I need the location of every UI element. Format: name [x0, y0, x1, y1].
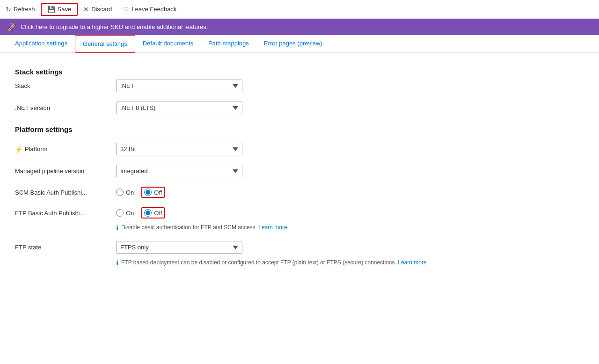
tabs-container: Application settings General settings De… — [0, 35, 599, 53]
scm-label: SCM Basic Auth Publishi... — [15, 189, 109, 196]
info-icon: ℹ — [116, 224, 118, 232]
feedback-label: Leave Feedback — [131, 6, 176, 13]
dotnet-version-control: .NET 8 (LTS) .NET 7 .NET 6 (LTS) — [116, 102, 584, 114]
discard-label: Discard — [91, 6, 112, 13]
ftp-state-info-icon: ℹ — [116, 259, 118, 267]
feedback-icon: ♡ — [123, 6, 129, 13]
platform-row: ⚡ Platform 32 Bit 64 Bit — [15, 143, 584, 155]
tab-general-settings[interactable]: General settings — [75, 35, 135, 53]
banner-text: Click here to upgrade to a higher SKU an… — [21, 23, 208, 30]
feedback-button[interactable]: ♡ Leave Feedback — [117, 4, 182, 15]
pipeline-control: Integrated Classic — [116, 165, 584, 177]
scm-on-label: On — [126, 189, 134, 196]
rocket-icon: 🚀 — [7, 22, 17, 31]
save-icon: 💾 — [47, 6, 55, 13]
refresh-icon: ↻ — [6, 6, 11, 13]
scm-off-radio[interactable] — [144, 189, 152, 196]
dotnet-version-label: .NET version — [15, 104, 109, 111]
ftp-radio-group: On Off — [116, 207, 165, 218]
toolbar: ↻ Refresh 💾 Save ✕ Discard ♡ Leave Feedb… — [0, 0, 599, 19]
ftp-off-label: Off — [154, 210, 162, 217]
platform-label-wrap: ⚡ Platform — [15, 146, 109, 153]
scm-row: SCM Basic Auth Publishi... On Off — [15, 187, 584, 198]
ftp-state-info-note: ℹ FTP based deployment can be disabled o… — [116, 259, 584, 267]
stack-control: .NET Node PHP Python Java — [116, 80, 584, 92]
stack-select[interactable]: .NET Node PHP Python Java — [116, 80, 242, 92]
ftp-state-label: FTP state — [15, 244, 109, 251]
dotnet-version-select[interactable]: .NET 8 (LTS) .NET 7 .NET 6 (LTS) — [116, 102, 242, 114]
tab-path-mappings[interactable]: Path mappings — [201, 35, 256, 52]
ftp-off-option[interactable]: Off — [144, 209, 162, 217]
dotnet-version-row: .NET version .NET 8 (LTS) .NET 7 .NET 6 … — [15, 102, 584, 114]
stack-label: Stack — [15, 82, 109, 89]
refresh-button[interactable]: ↻ Refresh — [0, 4, 41, 15]
platform-settings-header: Platform settings — [15, 125, 584, 133]
platform-control: 32 Bit 64 Bit — [116, 143, 584, 155]
scm-on-option[interactable]: On — [116, 189, 134, 196]
stack-row: Stack .NET Node PHP Python Java — [15, 80, 584, 92]
scm-off-option[interactable]: Off — [144, 189, 162, 196]
ftp-row: FTP Basic Auth Publishi... On Off — [15, 207, 584, 218]
stack-settings-header: Stack settings — [15, 68, 584, 76]
ftp-state-learn-more-link[interactable]: Learn more — [398, 259, 426, 266]
ftp-state-select[interactable]: FTPS only FTP and FTPS Disabled — [116, 241, 242, 254]
upgrade-banner[interactable]: 🚀 Click here to upgrade to a higher SKU … — [0, 19, 599, 35]
pipeline-label: Managed pipeline version — [15, 167, 109, 175]
ftp-learn-more-link[interactable]: Learn more — [258, 224, 287, 231]
ftp-state-row: FTP state FTPS only FTP and FTPS Disable… — [15, 241, 584, 254]
tab-error-pages[interactable]: Error pages (preview) — [256, 35, 330, 52]
pipeline-select[interactable]: Integrated Classic — [116, 165, 242, 177]
tab-application-settings[interactable]: Application settings — [7, 35, 75, 52]
save-label: Save — [58, 6, 72, 13]
scm-on-radio[interactable] — [116, 189, 124, 196]
scm-off-highlight: Off — [141, 187, 165, 198]
ftp-info-note: ℹ Disable basic authentication for FTP a… — [116, 224, 584, 232]
ftp-on-label: On — [126, 210, 134, 217]
discard-icon: ✕ — [83, 6, 89, 13]
scm-radio-group: On Off — [116, 187, 165, 198]
tab-default-documents[interactable]: Default documents — [135, 35, 201, 52]
save-button[interactable]: 💾 Save — [41, 3, 78, 16]
main-content: Stack settings Stack .NET Node PHP Pytho… — [0, 53, 599, 361]
scm-off-label: Off — [154, 189, 162, 196]
lightning-icon: ⚡ — [15, 146, 23, 153]
refresh-label: Refresh — [14, 6, 35, 13]
ftp-state-control: FTPS only FTP and FTPS Disabled — [116, 241, 584, 254]
ftp-state-info-text: FTP based deployment can be disabled or … — [121, 259, 427, 266]
platform-label: Platform — [25, 146, 47, 153]
ftp-on-option[interactable]: On — [116, 209, 134, 217]
ftp-off-radio[interactable] — [144, 209, 152, 217]
discard-button[interactable]: ✕ Discard — [78, 4, 117, 15]
ftp-label: FTP Basic Auth Publishi... — [15, 210, 109, 217]
ftp-off-highlight: Off — [141, 207, 165, 218]
ftp-info-text: Disable basic authentication for FTP and… — [121, 224, 287, 231]
ftp-on-radio[interactable] — [116, 209, 124, 217]
platform-select[interactable]: 32 Bit 64 Bit — [116, 143, 242, 155]
pipeline-row: Managed pipeline version Integrated Clas… — [15, 165, 584, 177]
